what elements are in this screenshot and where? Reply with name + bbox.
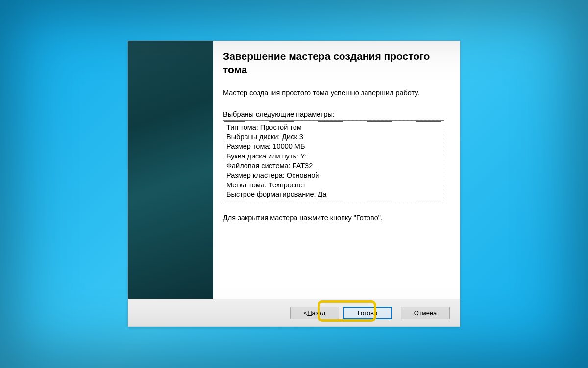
wizard-body: Завершение мастера создания простого том…	[128, 41, 460, 299]
wizard-description: Мастер создания простого тома успешно за…	[223, 88, 447, 98]
wizard-title: Завершение мастера создания простого том…	[223, 50, 447, 77]
wizard-content: Завершение мастера создания простого том…	[213, 41, 460, 299]
param-row: Быстрое форматирование: Да	[226, 190, 441, 200]
wizard-window: Завершение мастера создания простого том…	[128, 41, 460, 327]
params-label: Выбраны следующие параметры:	[223, 110, 447, 118]
param-row: Файловая система: FAT32	[226, 161, 441, 171]
back-button-mnemonic: Н	[307, 309, 312, 316]
param-row: Размер тома: 10000 МБ	[226, 142, 441, 152]
finish-button[interactable]: Готово	[343, 307, 392, 319]
button-bar: < Назад Готово Отмена	[128, 299, 460, 326]
params-listbox[interactable]: Тип тома: Простой том Выбраны диски: Дис…	[223, 120, 444, 203]
close-hint: Для закрытия мастера нажмите кнопку "Гот…	[223, 214, 447, 222]
back-button[interactable]: < Назад	[290, 307, 339, 319]
back-button-rest: азад	[312, 309, 326, 316]
param-row: Размер кластера: Основной	[226, 171, 441, 181]
wizard-sidebar-banner	[128, 41, 213, 299]
param-row: Метка тома: Техпросвет	[226, 181, 441, 190]
back-button-prefix: <	[304, 309, 308, 316]
param-row: Выбраны диски: Диск 3	[226, 132, 441, 142]
param-row: Тип тома: Простой том	[226, 123, 441, 132]
param-row: Буква диска или путь: Y:	[226, 152, 441, 161]
cancel-button[interactable]: Отмена	[401, 307, 450, 319]
